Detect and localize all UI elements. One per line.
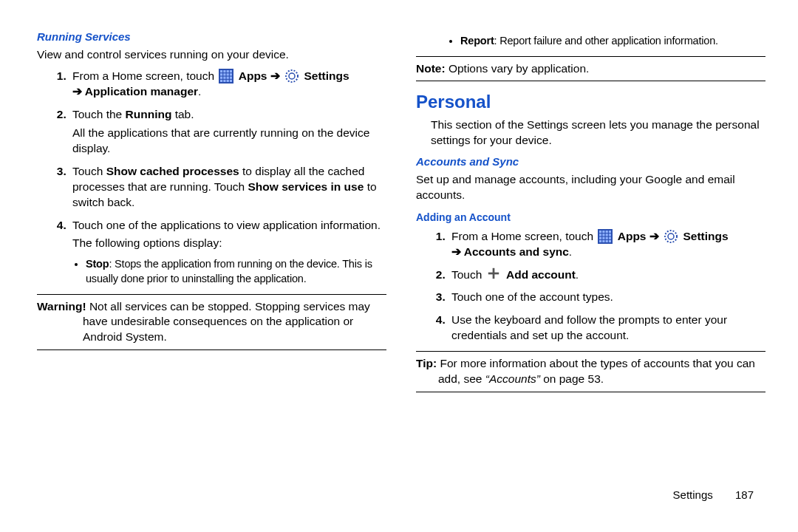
footer-section: Settings <box>673 488 713 501</box>
tip-block: Tip: For more information about the type… <box>416 356 765 387</box>
running-services-intro: View and control services running on you… <box>37 47 386 63</box>
warning-block: Warning! Not all services can be stopped… <box>37 299 386 346</box>
heading-adding-account: Adding an Account <box>416 211 765 225</box>
options-list: Stop: Stops the application from running… <box>72 257 386 286</box>
heading-running-services: Running Services <box>37 30 386 44</box>
divider <box>37 294 386 295</box>
divider <box>416 81 765 81</box>
r-step-4: Use the keyboard and follow the prompts … <box>449 313 765 344</box>
page-footer: Settings 187 <box>673 488 754 501</box>
divider <box>416 56 765 57</box>
heading-personal: Personal <box>416 90 765 114</box>
step-4: Touch one of the applications to view ap… <box>69 218 386 287</box>
manual-page: Running Services View and control servic… <box>0 0 798 517</box>
arrow-icon <box>72 85 85 98</box>
plus-icon <box>487 267 502 282</box>
settings-icon <box>664 229 678 244</box>
arrow-icon <box>649 230 662 242</box>
arrow-icon <box>451 245 464 258</box>
note-block: Note: Options vary by application. <box>416 61 765 77</box>
footer-page-number: 187 <box>735 488 754 501</box>
left-column: Running Services View and control servic… <box>37 30 386 502</box>
divider <box>416 392 765 392</box>
options-list-cont: Report: Report failure and other applica… <box>416 34 765 49</box>
divider <box>416 351 765 352</box>
right-column: Report: Report failure and other applica… <box>416 30 768 502</box>
step-1: From a Home screen, touch Apps Settings … <box>69 69 386 100</box>
step-3: Touch Show cached processes to display a… <box>69 164 386 211</box>
r-step-1: From a Home screen, touch Apps Settings … <box>449 229 765 260</box>
heading-accounts-sync: Accounts and Sync <box>416 154 765 169</box>
divider <box>37 349 386 350</box>
r-step-2: Touch Add account. <box>449 267 765 283</box>
step-2: Touch the Running tab. All the applicati… <box>69 107 386 157</box>
accounts-sync-intro: Set up and manage accounts, including yo… <box>416 172 765 203</box>
bullet-stop: Stop: Stops the application from running… <box>86 257 386 286</box>
personal-intro: This section of the Settings screen lets… <box>416 117 765 149</box>
arrow-icon <box>270 69 283 82</box>
adding-account-steps: From a Home screen, touch Apps Settings … <box>416 229 765 344</box>
step2-body: All the applications that are currently … <box>72 126 386 157</box>
running-services-steps: From a Home screen, touch Apps Settings … <box>37 69 386 286</box>
r-step-3: Touch one of the account types. <box>449 290 765 305</box>
apps-icon <box>219 69 233 83</box>
step4-body: The following options display: <box>72 236 386 251</box>
apps-icon <box>598 229 613 244</box>
settings-icon <box>284 69 299 83</box>
bullet-report: Report: Report failure and other applica… <box>460 34 765 49</box>
